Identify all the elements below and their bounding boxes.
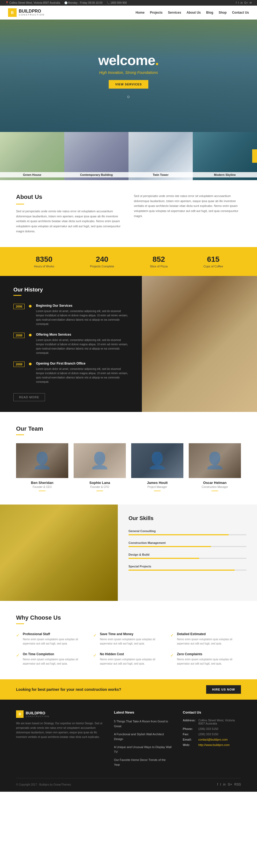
timeline-text-1: Lorem ipsum dolor sit amet, consectetur …: [36, 309, 129, 326]
team-name-3: James Hoult: [131, 481, 183, 485]
footer-logo: B BUILDPRO CONSTRUCTION: [16, 710, 103, 718]
gallery-item-1[interactable]: Green House: [0, 132, 64, 180]
why-content-6: Zero Complaints Nemo enim ipsam voluptat…: [177, 652, 241, 666]
footer-about: B BUILDPRO CONSTRUCTION We are team base…: [16, 710, 103, 770]
stat-projects: 240 Projects Complete: [90, 255, 114, 268]
gplus-icon[interactable]: G+: [244, 1, 248, 4]
contact-address: Address: Collins Street West, Victoria 8…: [183, 719, 241, 725]
logo-text-block: BUILDPRO CONSTRUCTION: [19, 9, 45, 16]
nav-services[interactable]: Services: [168, 11, 181, 14]
gallery-label-4: Modern Skyline: [193, 172, 257, 178]
hero-content: welcome. High Inovation, Strong Foundati…: [98, 52, 159, 99]
team-underline: [16, 434, 24, 435]
why-item-4: ✓ On Time Completion Nemo enim ipsam vol…: [16, 652, 87, 666]
view-services-button[interactable]: VIEW SERVICES: [109, 80, 148, 89]
timeline-dot-2: [29, 334, 32, 336]
gallery-item-2[interactable]: Contemporary Building: [64, 132, 129, 180]
why-text-5: Nemo enim ipsam voluptatem quia voluptas…: [100, 657, 164, 666]
footer-bottom: © Copyright 2017 - Buildpro by OceanThem…: [16, 783, 241, 786]
scroll-indicator: ○: [98, 94, 159, 99]
footer-brand-sub: CONSTRUCTION: [26, 715, 49, 718]
timeline-item-3: 2009 Opening Our First Branch Office Lor…: [13, 362, 129, 384]
stat-num-pizza: 852: [150, 255, 168, 264]
skill-special: Special Projects: [129, 565, 246, 571]
stat-coffee: 615 Cups of Coffee: [203, 255, 223, 268]
nav-contact[interactable]: Contact Us: [232, 11, 249, 14]
linkedin-icon[interactable]: in: [241, 1, 243, 4]
logo: B BUILDPRO CONSTRUCTION: [8, 8, 45, 17]
about-left: About Us Sed ut perspiciatis unde omnis …: [16, 193, 123, 234]
footer-news-link-1[interactable]: 5 Things That Take A Room from Good to G…: [114, 720, 168, 728]
skill-fill-general: [129, 534, 229, 535]
footer-news-link-2[interactable]: A Functional and Stylish Wall Architect …: [114, 733, 164, 741]
contact-web-link[interactable]: http://www.buildpro.com: [198, 743, 230, 746]
address-info: 📍 Collins Street West, Victoria 8007 Aus…: [5, 1, 60, 4]
footer-news: Latest News 5 Things That Take A Room fr…: [114, 710, 172, 770]
footer-news-item-2: A Functional and Stylish Wall Architect …: [114, 732, 172, 741]
timeline-dot-1: [29, 305, 32, 308]
twitter-icon[interactable]: t: [238, 1, 239, 4]
team-name-4: Oscar Helman: [189, 481, 241, 485]
nav-shop[interactable]: Shop: [219, 11, 227, 14]
gallery-item-3[interactable]: Twin Tower: [129, 132, 193, 180]
why-text-1: Nemo enim ipsam voluptatem quia voluptas…: [23, 637, 87, 646]
why-title-1: Professional Staff: [23, 632, 87, 636]
footer-news-link-3[interactable]: A Unique and Unusual Ways to Display Wal…: [114, 745, 171, 753]
footer-logo-icon: B: [16, 710, 24, 718]
brand-name: BUILDPRO: [19, 9, 45, 13]
top-bar: 📍 Collins Street West, Victoria 8007 Aus…: [0, 0, 257, 6]
why-item-1: ✓ Professional Staff Nemo enim ipsam vol…: [16, 632, 87, 646]
nav-blog[interactable]: Blog: [206, 11, 213, 14]
timeline-content-1: Beginning Our Services Lorem ipsum dolor…: [36, 304, 129, 326]
contact-web: Web: http://www.buildpro.com: [183, 743, 241, 746]
person-icon-4: 👤: [205, 453, 225, 469]
footer-rss-icon[interactable]: RSS: [234, 783, 241, 786]
gallery-item-4[interactable]: Modern Skyline: [193, 132, 257, 180]
footer-gplus-icon[interactable]: G+: [228, 783, 232, 786]
check-icon-2: ✓: [93, 633, 97, 638]
gallery-label-1: Green House: [0, 172, 64, 178]
check-icon-3: ✓: [170, 633, 174, 638]
contact-email-link[interactable]: contact@buildpro.com: [198, 738, 228, 741]
team-section: Our Team 👤 Ben Sheridan Founder & CEO 👤 …: [0, 412, 257, 504]
year-2009: 2009: [13, 362, 25, 367]
read-more-button[interactable]: READ MORE: [13, 393, 45, 401]
team-member-1: 👤 Ben Sheridan Founder & CEO: [16, 443, 68, 491]
stat-label-pizza: Slice of Pizza: [150, 265, 168, 268]
skill-construction: Construction Management: [129, 541, 246, 547]
skills-section: Our Skills General Consulting Constructi…: [0, 504, 257, 601]
footer-twitter-icon[interactable]: t: [220, 783, 221, 786]
team-member-2: 👤 Sophie Lana Founder & CFO: [74, 443, 126, 491]
footer-news-link-4[interactable]: Our Favorite Home Decor Trends of the Ye…: [114, 758, 166, 766]
stat-label-hours: Hours of Works: [34, 265, 54, 268]
about-right: Sed ut perspiciatis unde omnis iste natu…: [134, 193, 241, 234]
nav-home[interactable]: Home: [136, 11, 144, 14]
timeline-dot-3: [29, 363, 32, 365]
footer-brand-name: BUILDPRO: [26, 711, 49, 715]
footer-facebook-icon[interactable]: f: [217, 783, 218, 786]
hero-title: welcome.: [98, 52, 159, 68]
hours-info: 🕐 Monday - Friday 08:00-16:00: [64, 1, 102, 4]
hire-us-button[interactable]: HIRE US NOW: [206, 685, 241, 694]
facebook-icon[interactable]: f: [236, 1, 237, 4]
why-content-5: No Hidden Cost Nemo enim ipsam voluptate…: [100, 652, 164, 666]
why-content-3: Detailed Estimated Nemo enim ipsam volup…: [177, 632, 241, 646]
why-item-5: ✓ No Hidden Cost Nemo enim ipsam volupta…: [93, 652, 164, 666]
footer-contact: Contact Us Address: Collins Street West,…: [183, 710, 241, 770]
stat-pizza: 852 Slice of Pizza: [150, 255, 168, 268]
team-role-4: Construction Manager: [189, 486, 241, 489]
about-text-left: Sed ut perspiciatis unde omnis iste natu…: [16, 209, 123, 234]
footer: B BUILDPRO CONSTRUCTION We are team base…: [0, 700, 257, 792]
stat-num-coffee: 615: [203, 255, 223, 264]
nav-projects[interactable]: Projects: [150, 11, 162, 14]
why-title: Why Choose Us: [16, 614, 241, 621]
history-underline: [13, 295, 22, 296]
email-icon[interactable]: ✉: [250, 1, 252, 4]
footer-linkedin-icon[interactable]: in: [223, 783, 226, 786]
about-title: About Us: [16, 193, 123, 200]
stat-label-projects: Projects Complete: [90, 265, 114, 268]
skill-label-design: Design & Build: [129, 553, 246, 556]
nav-about[interactable]: About Us: [187, 11, 201, 14]
why-content-2: Save Time and Money Nemo enim ipsam volu…: [100, 632, 164, 646]
check-icon-1: ✓: [16, 633, 20, 638]
